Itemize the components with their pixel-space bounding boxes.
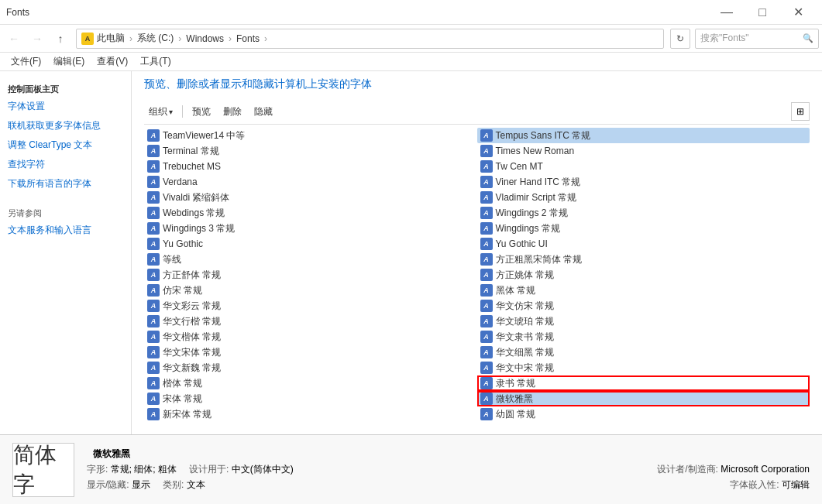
designer-value: Microsoft Corporation (721, 464, 810, 475)
font-item[interactable]: A 华文中宋 常规 (477, 360, 810, 375)
breadcrumb-windows: Windows (186, 33, 224, 44)
font-item[interactable]: A 华文琥珀 常规 (477, 314, 810, 329)
font-item[interactable]: A Verdana (144, 174, 477, 190)
font-item[interactable]: A 等线 (144, 252, 477, 267)
font-icon: A (147, 145, 160, 157)
font-icon: A (147, 222, 160, 235)
font-item[interactable]: A Terminal 常规 (144, 143, 477, 159)
font-item[interactable]: A 方正粗黑宋简体 常规 (477, 252, 810, 267)
font-item[interactable]: A Wingdings 3 常规 (144, 221, 477, 236)
forward-button[interactable]: → (26, 28, 48, 50)
font-item[interactable]: A 方正舒体 常规 (144, 267, 477, 283)
toolbar-sep-1 (182, 105, 183, 118)
font-item-times[interactable]: A Times New Roman (477, 143, 810, 159)
search-bar[interactable]: 搜索"Fonts" 🔍 (695, 29, 819, 49)
font-icon: A (480, 222, 493, 235)
font-icon: A (480, 160, 493, 173)
font-item[interactable]: A TeamViewer14 中等 (144, 128, 477, 143)
font-item[interactable]: A 新宋体 常规 (144, 406, 477, 422)
preview-button[interactable]: 预览 (187, 104, 215, 120)
delete-button[interactable]: 删除 (218, 104, 246, 120)
font-name: Wingdings 2 常规 (496, 207, 568, 220)
font-item[interactable]: A Vivaldi 紧缩斜体 (144, 190, 477, 205)
font-item[interactable]: A 华文隶书 常规 (477, 329, 810, 345)
font-item[interactable]: A 华文仿宋 常规 (477, 298, 810, 314)
font-item[interactable]: A Vladimir Script 常规 (477, 190, 810, 205)
font-item[interactable]: A 华文新魏 常规 (144, 360, 477, 375)
sidebar-link-online-fonts[interactable]: 联机获取更多字体信息 (0, 116, 131, 135)
font-item[interactable]: A 黑体 常规 (477, 283, 810, 298)
maximize-button[interactable]: □ (745, 0, 780, 25)
back-button[interactable]: ← (3, 28, 25, 50)
font-item[interactable]: A 幼圆 常规 (477, 406, 810, 422)
font-item[interactable]: A Wingdings 常规 (477, 221, 810, 236)
show-hide-label: 显示/隐藏: (87, 479, 129, 490)
organize-button[interactable]: 组织 ▾ (144, 104, 177, 120)
category-label: 类别: (163, 479, 184, 490)
font-icon: A (147, 129, 160, 142)
menu-file[interactable]: 文件(F) (5, 53, 47, 70)
font-item[interactable]: A 华文宋体 常规 (144, 345, 477, 360)
search-placeholder: 搜索"Fonts" (700, 32, 749, 45)
font-preview-box: 简体字 (12, 443, 74, 497)
minimize-button[interactable]: — (709, 0, 745, 25)
font-item[interactable]: A 方正姚体 常规 (477, 267, 810, 283)
sidebar-link-text-services[interactable]: 文本服务和输入语言 (0, 221, 131, 240)
font-icon: A (147, 315, 160, 327)
font-item-weihei[interactable]: A 微软雅黑 (477, 391, 810, 406)
font-name: Vladimir Script 常规 (496, 191, 577, 204)
font-icon: A (147, 393, 160, 405)
font-item[interactable]: A 华文细黑 常规 (477, 345, 810, 360)
content-header: 预览、删除或者显示和隐藏计算机上安装的字体 (132, 71, 822, 99)
up-button[interactable]: ↑ (50, 28, 71, 50)
font-item[interactable]: A Viner Hand ITC 常规 (477, 174, 810, 190)
font-name: 微软雅黑 (496, 393, 533, 406)
address-bar[interactable]: A 此电脑 › 系统 (C:) › Windows › Fonts › (76, 29, 664, 49)
font-item-yu-gothic[interactable]: A Yu Gothic (144, 236, 477, 252)
window-title: Fonts (6, 7, 709, 18)
font-item[interactable]: A Webdings 常规 (144, 205, 477, 221)
font-icon: A (147, 160, 160, 173)
font-item-tempus[interactable]: A Tempus Sans ITC 常规 (477, 128, 810, 143)
font-item[interactable]: A Yu Gothic UI (477, 236, 810, 252)
font-item-lishu[interactable]: A 隶书 常规 (477, 375, 810, 391)
font-name: 华文宋体 常规 (163, 346, 221, 359)
menu-tools[interactable]: 工具(T) (134, 53, 177, 70)
font-item[interactable]: A 华文彩云 常规 (144, 298, 477, 314)
font-icon: A (480, 346, 493, 358)
font-name: Verdana (163, 177, 198, 187)
font-item[interactable]: A Wingdings 2 常规 (477, 205, 810, 221)
font-item[interactable]: A Trebuchet MS (144, 159, 477, 174)
sidebar-link-cleartype[interactable]: 调整 ClearType 文本 (0, 135, 131, 155)
font-icon: A (147, 207, 160, 219)
font-icon: A (480, 191, 493, 204)
main-layout: 控制面板主页 字体设置 联机获取更多字体信息 调整 ClearType 文本 查… (0, 71, 822, 434)
font-item[interactable]: A 华文楷体 常规 (144, 329, 477, 345)
font-item[interactable]: A 仿宋 常规 (144, 283, 477, 298)
font-item[interactable]: A 宋体 常规 (144, 391, 477, 406)
font-icon: A (480, 145, 493, 157)
font-name: Yu Gothic UI (496, 238, 548, 249)
menu-bar: 文件(F) 编辑(E) 查看(V) 工具(T) (0, 53, 822, 71)
font-icon: A (480, 284, 493, 297)
view-mode-button[interactable]: ⊞ (791, 102, 810, 121)
menu-edit[interactable]: 编辑(E) (47, 53, 91, 70)
sidebar-link-find-char[interactable]: 查找字符 (0, 155, 131, 174)
close-button[interactable]: ✕ (780, 0, 816, 25)
font-icon: A (480, 207, 493, 219)
menu-view[interactable]: 查看(V) (91, 53, 134, 70)
font-item[interactable]: A 楷体 常规 (144, 375, 477, 391)
breadcrumb-c: 系统 (C:) (137, 32, 174, 45)
sidebar-link-download[interactable]: 下载所有语言的字体 (0, 174, 131, 194)
font-icon: A (147, 300, 160, 312)
font-icon: A (480, 408, 493, 420)
font-icon: A (147, 176, 160, 188)
font-name: Viner Hand ITC 常规 (496, 176, 581, 189)
sidebar-link-font-settings[interactable]: 字体设置 (0, 97, 131, 116)
font-item[interactable]: A Tw Cen MT (477, 159, 810, 174)
font-icon: A (480, 269, 493, 281)
hide-button[interactable]: 隐藏 (249, 104, 277, 120)
font-item[interactable]: A 华文行楷 常规 (144, 314, 477, 329)
refresh-button[interactable]: ↻ (670, 29, 690, 49)
font-icon: A (147, 377, 160, 389)
